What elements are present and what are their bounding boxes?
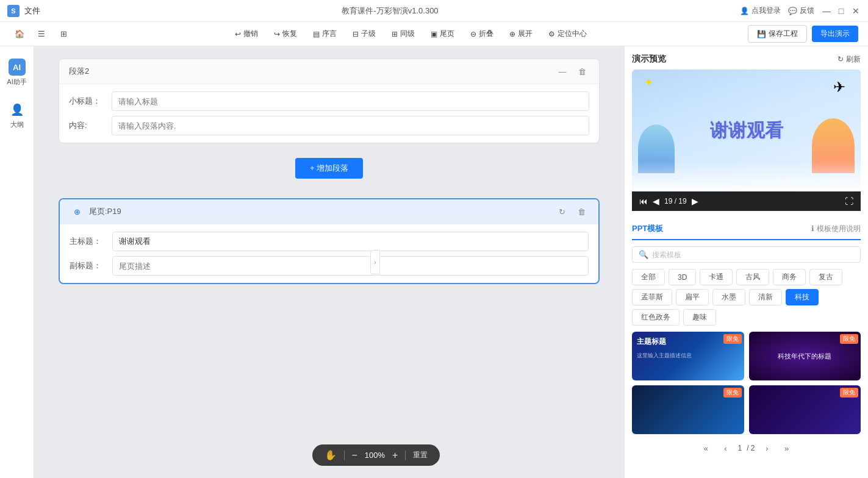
expand-button[interactable]: ⊕ 展开	[503, 26, 539, 41]
template-title: PPT模板	[632, 223, 663, 234]
tail-button[interactable]: ▣ 尾页	[425, 26, 461, 41]
page-first-button[interactable]: «	[698, 441, 713, 455]
tag-vintage[interactable]: 复古	[809, 269, 842, 285]
save-icon: 💾	[757, 30, 766, 38]
hand-tool-button[interactable]: ✋	[325, 449, 337, 461]
collapse-card-button[interactable]: —	[555, 64, 570, 79]
subtitle-input[interactable]	[112, 91, 589, 111]
sidebar-item-outline[interactable]: 👤 大纲	[2, 96, 32, 134]
page-last-button[interactable]: »	[780, 441, 794, 455]
locate-button[interactable]: ⚙ 定位中心	[542, 26, 593, 41]
save-project-button[interactable]: 💾 保存工程	[748, 25, 807, 43]
home-button[interactable]: 🏠	[10, 26, 29, 43]
template-header: PPT模板 ℹ 模板使用说明	[632, 218, 861, 240]
file-menu[interactable]: 文件	[24, 5, 40, 16]
app-logo: S	[7, 5, 20, 17]
sub-title-input[interactable]	[112, 256, 589, 276]
add-paragraph-button[interactable]: + 增加段落	[295, 158, 363, 179]
preview-next-button[interactable]: ▶	[692, 196, 698, 206]
minimize-button[interactable]: —	[822, 6, 831, 16]
maximize-button[interactable]: □	[836, 6, 846, 16]
user-icon: 👤	[740, 7, 749, 15]
tag-ink[interactable]: 水墨	[712, 289, 745, 305]
paragraph-body: 小标题： 内容:	[59, 84, 599, 143]
tag-fresh[interactable]: 清新	[749, 289, 782, 305]
reset-button[interactable]: 重置	[413, 450, 428, 460]
delete-card-button[interactable]: 🗑	[575, 64, 589, 79]
footer-delete-button[interactable]: 🗑	[574, 204, 589, 219]
content-inner: 段落2 — 🗑 小标题： 内容:	[34, 46, 624, 478]
redo-icon: ↪	[274, 30, 280, 38]
template-item-2[interactable]: 限免 科技年代下的标题	[749, 332, 861, 380]
toolbar-left: 🏠 ☰ ⊞	[10, 26, 73, 43]
window-controls: — □ ✕	[822, 6, 861, 16]
fullscreen-button[interactable]: ⛶	[845, 196, 853, 206]
template-item-3[interactable]: 限免	[632, 385, 744, 434]
tag-3d[interactable]: 3D	[669, 269, 696, 285]
zoom-in-button[interactable]: +	[392, 450, 398, 461]
export-button[interactable]: 导出演示	[812, 26, 858, 42]
child-button[interactable]: ⊟ 子级	[346, 26, 382, 41]
collapse-button[interactable]: ⊖ 折叠	[464, 26, 500, 41]
cloud-bottom	[632, 161, 861, 191]
template-item-4[interactable]: 限免	[749, 385, 861, 434]
close-button[interactable]: ✕	[851, 6, 861, 16]
refresh-icon: ↻	[838, 55, 844, 63]
template-search-input[interactable]	[652, 251, 854, 259]
bottom-toolbar: ✋ − 100% + 重置	[312, 444, 440, 466]
footer-title: 尾页:P19	[89, 206, 121, 217]
template-subtext-1: 这里输入主题描述信息	[632, 352, 744, 360]
sidebar-item-ai[interactable]: AI AI助手	[2, 54, 32, 91]
preview-page-indicator: 19 / 19	[664, 197, 687, 205]
template-search[interactable]: 🔍	[632, 246, 861, 263]
title-bar-left: S 文件	[7, 5, 40, 17]
zoom-out-button[interactable]: −	[352, 450, 357, 461]
star-deco-2: ✦	[644, 76, 653, 89]
outline-toggle-button[interactable]: ☰	[32, 26, 51, 43]
tag-memphis[interactable]: 孟菲斯	[632, 289, 672, 305]
page-next-button[interactable]: ›	[760, 441, 775, 455]
view-toggle-button[interactable]: ⊞	[54, 26, 73, 43]
feedback-icon: 💬	[788, 7, 797, 15]
preview-controls: ⏮ ◀ 19 / 19 ▶ ⛶	[632, 191, 861, 211]
sub-title-label: 副标题：	[70, 260, 112, 271]
footer-header-right: ↻ 🗑	[554, 204, 589, 219]
main-title-input[interactable]	[112, 232, 589, 251]
preview-first-button[interactable]: ⏮	[639, 196, 648, 206]
panel-expand-handle[interactable]: ›	[370, 250, 380, 274]
tag-tech[interactable]: 科技	[786, 289, 819, 305]
footer-refresh-button[interactable]: ↻	[554, 204, 569, 219]
page-prev-button[interactable]: ‹	[718, 441, 733, 455]
preview-title: 演示预览	[632, 54, 666, 65]
footer-header: ⊕ 尾页:P19 ↻ 🗑	[60, 199, 598, 224]
template-badge-4: 限免	[840, 388, 858, 398]
tag-flat[interactable]: 扁平	[676, 289, 709, 305]
template-item-1[interactable]: 限免 主题标题 这里输入主题描述信息	[632, 332, 744, 380]
expand-icon: ⊕	[509, 30, 515, 38]
tag-all[interactable]: 全部	[632, 269, 665, 285]
login-button[interactable]: 👤 点我登录	[740, 5, 781, 16]
sibling-button[interactable]: ⊞ 同级	[386, 26, 421, 41]
feedback-button[interactable]: 💬 反馈	[788, 5, 814, 16]
content-area[interactable]: 段落2 — 🗑 小标题： 内容:	[34, 46, 624, 478]
tag-gov[interactable]: 红色政务	[632, 309, 680, 326]
sequence-button[interactable]: ▤ 序言	[307, 26, 343, 41]
main-layout: AI AI助手 👤 大纲 段落2 — 🗑	[0, 46, 868, 478]
content-input[interactable]	[112, 116, 589, 135]
footer-block: ⊕ 尾页:P19 ↻ 🗑 主标题： 副标题：	[59, 198, 600, 284]
collapse-icon: ⊖	[470, 30, 476, 38]
preview-prev-button[interactable]: ◀	[653, 196, 659, 206]
card-header-left: 段落2	[69, 66, 89, 77]
undo-button[interactable]: ↩ 撤销	[229, 26, 264, 41]
tag-business[interactable]: 商务	[773, 269, 806, 285]
tag-ancient[interactable]: 古风	[736, 269, 769, 285]
tag-fun[interactable]: 趣味	[683, 309, 716, 326]
content-row: 内容:	[69, 116, 589, 135]
preview-header: 演示预览 ↻ 刷新	[632, 54, 861, 65]
redo-button[interactable]: ↪ 恢复	[268, 26, 303, 41]
refresh-button[interactable]: ↻ 刷新	[838, 54, 861, 65]
template-help-button[interactable]: ℹ 模板使用说明	[811, 224, 861, 234]
sequence-icon: ▤	[313, 30, 320, 38]
tag-cartoon[interactable]: 卡通	[700, 269, 733, 285]
footer-add-button[interactable]: ⊕	[70, 204, 84, 219]
